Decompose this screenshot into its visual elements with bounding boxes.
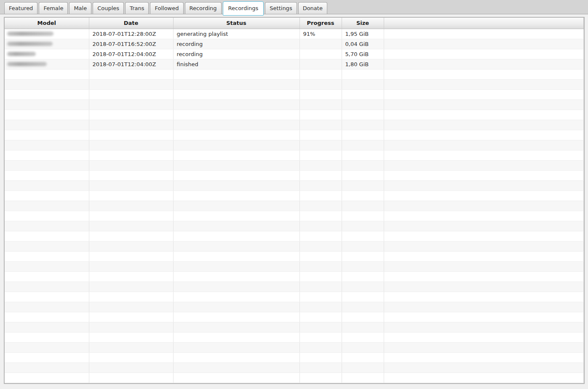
column-header-date[interactable]: Date — [89, 18, 173, 29]
table-header-row: Model Date Status Progress Size — [5, 18, 584, 29]
model-cell — [5, 29, 89, 39]
table-row — [5, 89, 584, 99]
model-cell — [5, 373, 89, 383]
progress-cell — [299, 211, 342, 221]
column-header-model[interactable]: Model — [5, 18, 89, 29]
table-row[interactable]: 2018-07-01T12:04:00Zrecording5,70 GiB — [5, 49, 584, 59]
status-cell — [173, 302, 299, 312]
tab-featured[interactable]: Featured — [4, 2, 37, 14]
date-cell — [89, 352, 173, 362]
spacer-cell — [384, 292, 584, 302]
progress-cell — [299, 332, 342, 342]
tab-donate[interactable]: Donate — [298, 2, 327, 14]
size-cell — [342, 170, 384, 180]
date-cell: 2018-07-01T16:52:00Z — [89, 39, 173, 49]
table-row — [5, 352, 584, 362]
size-cell — [342, 150, 384, 160]
tab-recordings[interactable]: Recordings — [223, 1, 264, 16]
table-row — [5, 302, 584, 312]
tab-couples[interactable]: Couples — [93, 2, 124, 14]
progress-cell — [299, 49, 342, 59]
tab-recording[interactable]: Recording — [185, 2, 222, 14]
status-cell — [173, 201, 299, 211]
status-cell — [173, 251, 299, 261]
recordings-panel: Model Date Status Progress Size 2018-07-… — [0, 14, 588, 389]
table-row — [5, 170, 584, 180]
tab-trans[interactable]: Trans — [125, 2, 149, 14]
progress-cell — [299, 312, 342, 322]
table-row[interactable]: 2018-07-01T12:04:00Zfinished1,80 GiB — [5, 59, 584, 69]
date-cell: 2018-07-01T12:04:00Z — [89, 49, 173, 59]
column-header-size[interactable]: Size — [342, 18, 384, 29]
status-cell — [173, 231, 299, 241]
model-cell — [5, 170, 89, 180]
model-cell — [5, 201, 89, 211]
date-cell: 2018-07-01T12:04:00Z — [89, 59, 173, 69]
recordings-table: Model Date Status Progress Size 2018-07-… — [5, 18, 584, 383]
size-cell — [342, 362, 384, 373]
date-cell — [89, 170, 173, 180]
status-cell — [173, 221, 299, 231]
tab-male[interactable]: Male — [69, 2, 91, 14]
size-cell — [342, 251, 384, 261]
table-row — [5, 292, 584, 302]
status-cell — [173, 362, 299, 373]
date-cell — [89, 362, 173, 373]
column-header-status[interactable]: Status — [173, 18, 299, 29]
tab-bar: Featured Female Male Couples Trans Follo… — [0, 0, 588, 14]
spacer-cell — [384, 322, 584, 332]
size-cell — [342, 180, 384, 190]
progress-cell — [299, 99, 342, 110]
column-header-progress[interactable]: Progress — [299, 18, 342, 29]
date-cell — [89, 261, 173, 271]
size-cell — [342, 261, 384, 271]
column-header-spacer — [384, 18, 584, 29]
tab-followed[interactable]: Followed — [150, 2, 183, 14]
model-cell — [5, 292, 89, 302]
model-cell — [5, 282, 89, 292]
model-cell — [5, 160, 89, 170]
status-cell — [173, 120, 299, 130]
model-cell — [5, 231, 89, 241]
date-cell — [89, 120, 173, 130]
table-row[interactable]: 2018-07-01T12:28:00Zgenerating playlist9… — [5, 29, 584, 39]
tab-settings[interactable]: Settings — [265, 2, 297, 14]
model-cell — [5, 140, 89, 150]
progress-cell — [299, 282, 342, 292]
date-cell — [89, 110, 173, 120]
status-cell — [173, 373, 299, 383]
date-cell — [89, 282, 173, 292]
progress-cell — [299, 69, 342, 79]
size-cell — [342, 110, 384, 120]
size-cell — [342, 302, 384, 312]
status-cell — [173, 190, 299, 201]
model-cell — [5, 312, 89, 322]
spacer-cell — [384, 39, 584, 49]
progress-cell — [299, 261, 342, 271]
model-cell — [5, 39, 89, 49]
status-cell — [173, 312, 299, 322]
model-cell — [5, 180, 89, 190]
table-row — [5, 79, 584, 89]
model-cell — [5, 120, 89, 130]
blurred-model-name — [7, 52, 36, 56]
date-cell — [89, 130, 173, 140]
size-cell: 1,80 GiB — [342, 59, 384, 69]
size-cell — [342, 221, 384, 231]
table-row — [5, 160, 584, 170]
table-row — [5, 120, 584, 130]
table-row — [5, 140, 584, 150]
model-cell — [5, 251, 89, 261]
status-cell: generating playlist — [173, 29, 299, 39]
status-cell — [173, 241, 299, 251]
model-cell — [5, 332, 89, 342]
spacer-cell — [384, 89, 584, 99]
table-row[interactable]: 2018-07-01T16:52:00Zrecording0,04 GiB — [5, 39, 584, 49]
table-row — [5, 211, 584, 221]
tab-female[interactable]: Female — [39, 2, 68, 14]
progress-cell — [299, 39, 342, 49]
date-cell — [89, 312, 173, 322]
spacer-cell — [384, 373, 584, 383]
progress-cell — [299, 201, 342, 211]
status-cell — [173, 292, 299, 302]
